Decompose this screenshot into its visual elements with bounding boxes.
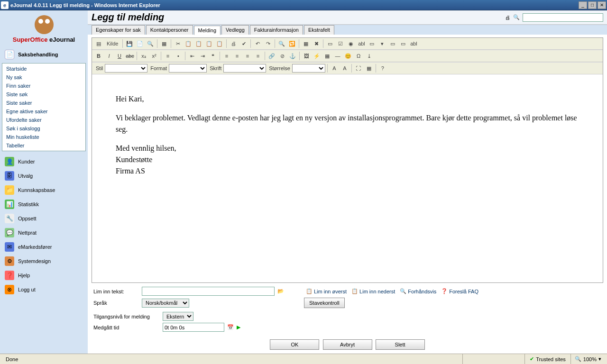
image-icon[interactable]: 🖼 [302,51,311,61]
close-button[interactable]: ✕ [598,1,606,9]
sub-ufordelte[interactable]: Ufordelte saker [2,116,85,124]
textarea-icon[interactable]: ▭ [367,39,377,48]
size-select[interactable] [292,64,325,73]
cancel-button[interactable]: Avbryt [323,339,372,350]
button-icon[interactable]: ▭ [388,39,397,48]
format-select[interactable] [169,64,207,73]
sub-siste-saker[interactable]: Siste saker [2,99,85,107]
special-char-icon[interactable]: Ω [354,51,363,61]
delete-button[interactable]: Slett [376,339,425,350]
about-icon[interactable]: ? [378,64,387,73]
paste-text-icon[interactable]: 📋 [204,39,214,48]
italic-icon[interactable]: I [104,51,114,61]
maximize-button[interactable]: □ [588,1,597,9]
sub-finn-saker[interactable]: Finn saker [2,82,85,90]
tab-kontaktpersoner[interactable]: Kontaktpersoner [146,25,193,35]
nav-emarkedsforer[interactable]: ✉ eMarkedsfører [2,240,86,254]
sub-sok-sakslogg[interactable]: Søk i sakslogg [2,124,85,133]
remove-format-icon[interactable]: ✖ [312,39,321,48]
save-icon[interactable]: 💾 [125,39,134,48]
ordered-list-icon[interactable]: ≡ [163,51,173,61]
outdent-icon[interactable]: ⇤ [187,51,197,61]
ok-button[interactable]: OK [270,339,319,350]
sub-startside[interactable]: Startside [2,64,85,73]
paste-bottom-link[interactable]: 📋 Lim inn nederst [351,288,395,294]
source-button[interactable]: Kilde [104,39,120,48]
link-icon[interactable]: 🔗 [267,51,276,61]
anchor-icon[interactable]: ⚓ [288,51,297,61]
textfield-icon[interactable]: abl [357,39,366,48]
maximize-editor-icon[interactable]: ⛶ [354,64,363,73]
copy-icon[interactable]: 📋 [184,39,193,48]
tab-egenskaper[interactable]: Egenskaper for sak [92,25,145,35]
nav-logg-ut[interactable]: ⊗ Logg ut [2,283,86,296]
tab-ekstrafelt[interactable]: Ekstrafelt [304,25,334,35]
undo-icon[interactable]: ↶ [253,39,262,48]
nav-oppsett[interactable]: 🔧 Oppsett [2,212,86,225]
search-icon[interactable]: 🔍 [513,14,520,20]
print-icon[interactable]: 🖨 [229,39,238,48]
cut-icon[interactable]: ✂ [173,39,183,48]
sub-siste-sok[interactable]: Siste søk [2,90,85,99]
nav-hjelp[interactable]: ❓ Hjelp [2,269,86,282]
folder-open-icon[interactable]: 📂 [277,288,284,294]
smiley-icon[interactable]: 😊 [343,51,353,61]
nav-kunder[interactable]: 👤 Kunder [2,155,86,168]
template-icon[interactable]: ▦ [159,39,169,48]
sub-tabeller[interactable]: Tabeller [2,141,85,150]
align-right-icon[interactable]: ≡ [243,51,252,61]
paste-word-icon[interactable]: 📋 [215,39,224,48]
hr-icon[interactable]: — [333,51,342,61]
hidden-field-icon[interactable]: abl [409,39,418,48]
toggle-toolbar-icon[interactable]: ▤ [94,39,103,48]
indent-icon[interactable]: ⇥ [198,51,207,61]
select-icon[interactable]: ▾ [377,39,387,48]
play-icon[interactable]: ▶ [237,324,240,330]
status-zoom[interactable]: 🔍 100% ▾ [570,354,605,364]
nav-kunnskapsbase[interactable]: 📁 Kunnskapsbase [2,183,86,197]
align-justify-icon[interactable]: ≡ [253,51,263,61]
editor-content[interactable]: Hei Kari, Vi beklager problemet. Vedlagt… [92,74,603,282]
paste-icon[interactable]: 📋 [194,39,203,48]
checkbox-icon[interactable]: ☑ [336,39,345,48]
table-icon[interactable]: ▦ [322,51,332,61]
paste-text-input[interactable] [142,287,275,296]
subscript-icon[interactable]: x₂ [139,51,148,61]
underline-icon[interactable]: U [115,51,124,61]
strike-icon[interactable]: abc [125,51,135,61]
unordered-list-icon[interactable]: • [174,51,183,61]
form-icon[interactable]: ▭ [325,39,335,48]
new-page-icon[interactable]: 📄 [135,39,145,48]
tab-vedlegg[interactable]: Vedlegg [221,25,249,35]
sub-egne-aktive[interactable]: Egne aktive saker [2,107,85,116]
style-select[interactable] [105,64,147,73]
nav-utvalg[interactable]: 🗄 Utvalg [2,169,86,182]
spellcheck-icon[interactable]: ✔ [239,39,248,48]
find-icon[interactable]: 🔍 [277,39,286,48]
replace-icon[interactable]: 🔁 [287,39,297,48]
paste-top-link[interactable]: 📋 Lim inn øverst [306,288,347,294]
select-all-icon[interactable]: ▦ [301,39,311,48]
bold-icon[interactable]: B [94,51,103,61]
bg-color-icon[interactable]: A [340,64,349,73]
nav-statistikk[interactable]: 📊 Statistikk [2,198,86,211]
page-break-icon[interactable]: ⤓ [364,51,374,61]
tab-melding[interactable]: Melding [194,26,221,35]
access-select[interactable]: Ekstern [163,312,193,321]
superscript-icon[interactable]: x² [149,51,159,61]
unlink-icon[interactable]: ⊘ [277,51,287,61]
nav-nettprat[interactable]: 💬 Nettprat [2,226,86,239]
tab-fakturainfo[interactable]: Fakturainformasjon [250,25,303,35]
preview-icon[interactable]: 🔍 [146,39,155,48]
radio-icon[interactable]: ◉ [346,39,356,48]
nav-systemdesign[interactable]: ⚙ Systemdesign [2,255,86,268]
time-input[interactable] [163,323,224,332]
redo-icon[interactable]: ↷ [263,39,273,48]
print-icon[interactable]: 🖨 [505,15,510,20]
nav-saksbehandling[interactable]: 📄 Saksbehandling [2,48,86,61]
flash-icon[interactable]: ⚡ [312,51,322,61]
blockquote-icon[interactable]: ❝ [208,51,218,61]
text-color-icon[interactable]: A [330,64,339,73]
show-blocks-icon[interactable]: ▦ [364,64,374,73]
align-left-icon[interactable]: ≡ [222,51,231,61]
